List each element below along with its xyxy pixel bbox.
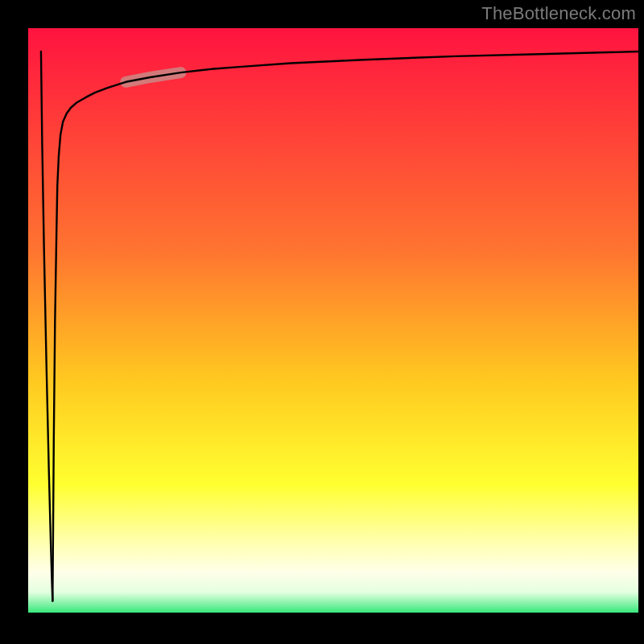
chart-background-gradient [28,28,638,613]
svg-rect-0 [28,28,638,613]
chart-frame [28,28,638,613]
watermark-text: TheBottleneck.com [481,3,636,24]
